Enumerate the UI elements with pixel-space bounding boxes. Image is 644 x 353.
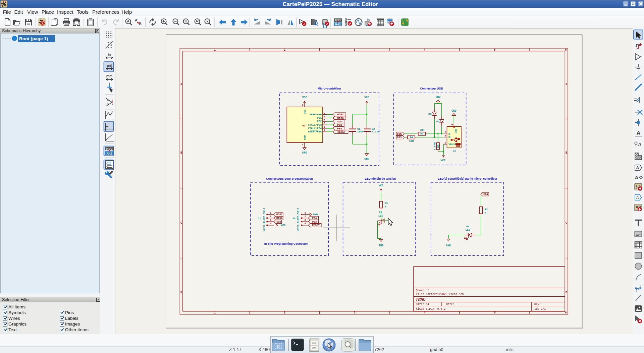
svg-text:A: A — [636, 195, 639, 200]
svg-text:VCC: VCC — [379, 184, 384, 187]
svg-text:SCK: SCK — [397, 132, 402, 135]
svg-text:1: 1 — [305, 212, 306, 214]
svg-text:4: 4 — [424, 48, 425, 52]
svg-text:3: 3 — [354, 48, 355, 52]
svg-text:LED: LED — [465, 228, 470, 231]
svg-text:VBUS: VBUS — [448, 143, 455, 146]
svg-text:GND: GND — [302, 151, 307, 154]
svg-text:In Situ Programming Connector: In Situ Programming Connector — [264, 242, 308, 245]
svg-text:D2: D2 — [466, 225, 470, 228]
svg-text:XTAL1/PB3: XTAL1/PB3 — [308, 124, 322, 126]
svg-text:3: 3 — [444, 134, 446, 137]
svg-text:B: B — [180, 151, 182, 155]
svg-text:A: A — [636, 165, 639, 170]
svg-text:Sheet: /: Sheet: / — [416, 289, 429, 292]
svg-text:2: 2 — [444, 131, 446, 134]
svg-text:2: 2 — [324, 122, 325, 125]
svg-text:Id: 1/1: Id: 1/1 — [534, 307, 546, 310]
svg-text:MISO: MISO — [276, 217, 283, 220]
svg-text:A: A — [127, 19, 129, 23]
svg-text:GND: GND — [379, 244, 384, 247]
svg-text:D3: D3 — [428, 113, 432, 116]
svg-text:7: 7 — [324, 119, 325, 121]
svg-text:R4: R4 — [410, 136, 413, 139]
svg-text:D−: D− — [448, 133, 452, 135]
svg-text:8: 8 — [302, 104, 303, 106]
svg-text:R??: R?? — [106, 147, 113, 151]
svg-text:1: 1 — [444, 141, 446, 144]
svg-text:5: 5 — [324, 112, 325, 114]
svg-text:4: 4 — [451, 124, 454, 125]
svg-text:VCC: VCC — [302, 96, 307, 99]
svg-text:RESET/PB5: RESET/PB5 — [308, 130, 322, 133]
svg-text:PB1: PB1 — [317, 117, 322, 119]
svg-text:1: 1 — [214, 311, 216, 314]
svg-text:PB4: PB4 — [337, 127, 342, 130]
svg-text:LED: LED — [378, 214, 383, 217]
svg-text:U2: U2 — [302, 124, 306, 127]
svg-text:Conn_01x04_Male: Conn_01x04_Male — [297, 208, 299, 232]
svg-text:J3: J3 — [292, 217, 296, 220]
svg-text:2: 2 — [305, 215, 306, 218]
svg-text:Connecteur USB: Connecteur USB — [420, 87, 443, 90]
svg-text:PB2: PB2 — [317, 120, 322, 123]
svg-text:GND: GND — [364, 158, 369, 161]
svg-text:3: 3 — [354, 311, 355, 314]
svg-text:VCC: VCC — [281, 224, 286, 227]
svg-text:R3: R3 — [420, 132, 424, 135]
svg-text:MOSI: MOSI — [276, 213, 282, 216]
svg-text:68R: 68R — [420, 129, 424, 131]
svg-text:68R: 68R — [409, 140, 414, 142]
svg-text:6: 6 — [565, 48, 567, 52]
svg-text:A: A — [566, 83, 568, 86]
svg-text:GND: GND — [304, 135, 306, 140]
svg-text:SCK: SCK — [276, 221, 281, 223]
svg-text:R42: R42 — [335, 22, 340, 26]
svg-text:R6: R6 — [437, 144, 440, 148]
svg-text:File: CartePeiP2025.kicad_sch: File: CartePeiP2025.kicad_sch — [416, 293, 464, 296]
svg-text:Connecteurs pour programmation: Connecteurs pour programmation — [266, 177, 313, 180]
svg-text:D4: D4 — [436, 120, 440, 123]
svg-text:3: 3 — [305, 219, 306, 222]
svg-text:3: 3 — [324, 126, 325, 128]
svg-text:Rev:: Rev: — [534, 303, 541, 306]
svg-text:LED témoin de tension: LED témoin de tension — [365, 177, 396, 180]
svg-text:GND: GND — [313, 213, 318, 216]
svg-text:J2: J2 — [452, 149, 456, 152]
svg-text:4: 4 — [302, 143, 304, 146]
svg-text:Micro–contrôleur: Micro–contrôleur — [318, 87, 341, 90]
svg-text:PB3: PB3 — [397, 136, 402, 139]
svg-text:0.1uF: 0.1uF — [372, 130, 380, 133]
svg-text:GND: GND — [446, 244, 451, 247]
svg-text:D: D — [180, 291, 182, 294]
svg-text:GND: GND — [454, 128, 457, 133]
svg-text:D: D — [277, 344, 280, 348]
svg-text:SCK: SCK — [337, 120, 342, 123]
svg-text:R1: R1 — [385, 201, 388, 204]
svg-text:R: R — [385, 205, 386, 208]
svg-text:1: 1 — [324, 129, 325, 132]
svg-text:1: 1 — [270, 212, 272, 214]
svg-text:Date:: Date: — [446, 303, 454, 306]
svg-text:C: C — [180, 221, 182, 225]
svg-text:A: A — [637, 130, 641, 136]
svg-text:5: 5 — [494, 48, 495, 52]
svg-text:A: A — [180, 83, 182, 86]
svg-text:A: A — [638, 141, 641, 147]
svg-text:mil: mil — [107, 63, 112, 67]
svg-text:D+: D+ — [448, 136, 452, 138]
svg-text:VCC: VCC — [441, 159, 446, 162]
svg-text:Size: A4: Size: A4 — [416, 303, 429, 306]
svg-text:2: 2 — [270, 215, 271, 218]
svg-text:B: B — [566, 151, 567, 155]
svg-text:6: 6 — [565, 311, 567, 314]
svg-text:PB3: PB3 — [312, 221, 317, 223]
svg-text:A: A — [135, 18, 138, 22]
svg-text:MISO: MISO — [337, 117, 343, 120]
svg-text:in: in — [108, 53, 111, 57]
svg-text:KiCad E.D.A. 9.0.2: KiCad E.D.A. 9.0.2 — [416, 307, 446, 310]
svg-text:Conn_01x04_Male: Conn_01x04_Male — [263, 208, 265, 232]
svg-text:5: 5 — [494, 311, 495, 314]
svg-text:A: A — [635, 175, 639, 180]
svg-text:3: 3 — [270, 219, 271, 222]
